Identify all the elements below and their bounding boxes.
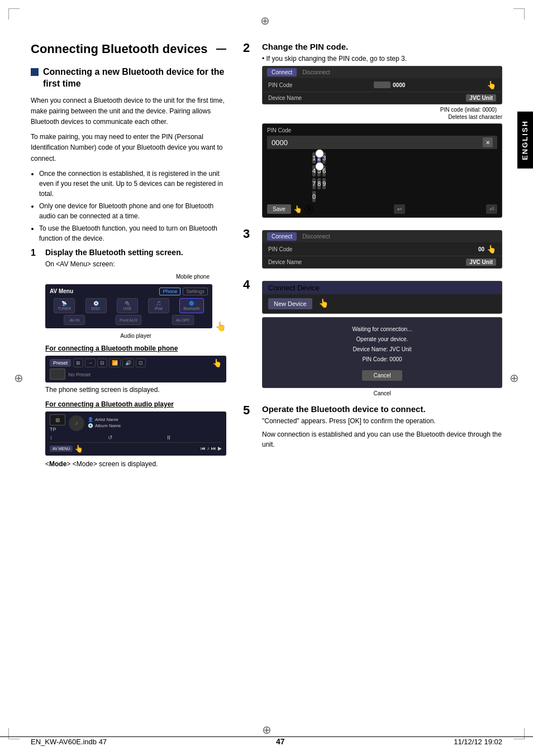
preset-row: Preset ⊞ → ⊟ 📶 🔊 ⊡ 👆	[50, 358, 222, 367]
audio-player-label: Audio player	[45, 333, 226, 339]
section-title: Connecting a new Bluetooth device for th…	[43, 66, 226, 90]
conn-header-2: Connect Disconnect	[263, 66, 502, 78]
preset-grid-icon	[50, 369, 65, 380]
pin-save-area: Save 👆 ②	[267, 204, 313, 214]
device-name-key-3: Device Name	[268, 259, 302, 265]
step-5: 5 Operate the Bluetooth device to connec…	[243, 404, 502, 449]
cd-title-text: Connect Device	[268, 284, 320, 292]
conn-tab-disconnect[interactable]: Disconnect	[298, 68, 334, 76]
av-icon-tuner[interactable]: 📡 TUNER	[54, 298, 75, 313]
new-device-item[interactable]: New Device	[268, 298, 312, 309]
settings-tab[interactable]: Settings	[183, 288, 208, 295]
pin-code-val-3: 00	[478, 246, 484, 252]
artist-name: Artist Name	[95, 417, 118, 422]
step-4-number: 4	[243, 279, 255, 291]
preset-bottom: No Preset	[50, 367, 222, 380]
circle-2-save: ②	[304, 205, 313, 214]
page-title-section: Connecting Bluetooth devices	[31, 42, 226, 56]
bottom-right-text: 11/12/12 19:02	[454, 738, 502, 746]
artist-row: 👤 Artist Name	[88, 417, 222, 422]
pin-keypad-area: 1 2 ① 3 4 5 ①	[267, 152, 497, 202]
waiting-line-3: Device Name: JVC Unit	[268, 344, 496, 355]
step-3: 3 Connect Disconnect PIN Code 00 👆	[243, 228, 502, 271]
av-icon-ipod[interactable]: 🎵 iPod	[148, 298, 169, 313]
audio-playbtns: ⏮ ♪ ⏭ ▶	[201, 446, 222, 451]
mode-keyword: Mode	[49, 460, 66, 468]
av-icon-avoff[interactable]: AV-OFF	[172, 315, 194, 325]
preset-icon-5: 🔊	[122, 358, 134, 367]
next-btn[interactable]: ⏭	[211, 446, 216, 451]
audio-bottom: AV MENU 👆 ⏮ ♪ ⏭ ▶	[50, 442, 222, 453]
pin-enter-btn[interactable]: ⏎	[486, 204, 497, 214]
pin-keypad-screen: PIN Code 0000 ✕ 1 2 ①	[262, 123, 502, 218]
pin-key-7[interactable]: 7	[312, 178, 316, 189]
device-name-row-2: Device Name JVC Unit	[263, 92, 502, 104]
conn-tab-connect-3[interactable]: Connect	[267, 232, 297, 241]
av-icon-avin[interactable]: AV-IN	[64, 315, 85, 325]
pin-back-btn[interactable]: ↩	[394, 204, 405, 214]
preset-label-text: Preset	[50, 359, 71, 367]
step-4: 4 Connect Device New Device 👆	[243, 279, 502, 396]
step-1: 1 Display the Bluetooth setting screen. …	[31, 248, 226, 469]
page-title: Connecting Bluetooth devices	[31, 42, 226, 56]
bluetooth-icon: 🔵	[189, 301, 194, 306]
disc-symbol: ♪	[75, 420, 78, 426]
av-menu-screen-wrapper: AV Menu Phone Settings 📡	[45, 281, 212, 332]
step-2-title: Change the PIN code.	[262, 42, 502, 51]
conn-tab-connect[interactable]: Connect	[267, 68, 297, 76]
preset-icon-3: ⊟	[97, 358, 107, 367]
pin-entry: 0000 ✕	[267, 136, 497, 149]
pin-val-3-area: 00 👆	[478, 245, 496, 253]
hand-newdevice-icon: 👆	[318, 298, 329, 308]
language-side-tab: ENGLISH	[517, 112, 533, 169]
step-3-content: Connect Disconnect PIN Code 00 👆 Device …	[262, 228, 502, 271]
audio-left: ▦ TP	[50, 414, 65, 432]
intro-text-2: To make pairing, you may need to enter t…	[31, 132, 226, 164]
av-icon-bluetooth[interactable]: 🔵 Bluetooth	[179, 298, 204, 313]
step-3-number: 3	[243, 228, 255, 240]
pin-code-val-area: 0000	[374, 82, 405, 88]
pin-code-row-2: PIN Code 0000 👆	[263, 78, 502, 92]
pin-key-5[interactable]: 5 ①	[317, 165, 321, 176]
preset-icon-1: ⊞	[73, 358, 83, 367]
section-heading: Connecting a new Bluetooth device for th…	[31, 66, 226, 90]
pin-key-9[interactable]: 9	[322, 178, 326, 189]
pin-keypad-spacer	[267, 152, 287, 202]
pin-code-key-3: PIN Code	[268, 246, 292, 252]
cd-header: Connect Device	[263, 281, 502, 294]
sub2-body: <Mode> <Mode> screen is displayed.	[45, 459, 226, 469]
usb-icon: 🔌	[125, 301, 130, 306]
album-name: Album Name	[95, 423, 121, 428]
pin-key-8[interactable]: 8	[317, 178, 321, 189]
av-icon-frontaux[interactable]: Front AUX	[116, 315, 141, 325]
disc-label: DISC	[89, 307, 103, 310]
conn-tab-disconnect-3[interactable]: Disconnect	[298, 232, 334, 241]
corner-tr	[513, 8, 525, 20]
av-menu-tabs: Phone Settings	[159, 288, 208, 295]
usb-label: USB	[121, 307, 134, 310]
album-icon: 💿	[88, 423, 93, 428]
note-icon: ♪	[207, 446, 210, 451]
shuffle-icon: ↕	[50, 434, 106, 441]
bullet-item-1: Once the connection is established, it i…	[39, 169, 226, 199]
waiting-screen: Waiting for connection... Operate your d…	[262, 317, 502, 388]
pin-save-btn[interactable]: Save	[267, 204, 291, 214]
av-menu-title-text: AV Menu	[50, 288, 73, 294]
bullet-item-2: Only one device for Bluetooth phone and …	[39, 201, 226, 221]
page-wrapper: ENGLISH Connecting Bluetooth devices Con…	[0, 0, 533, 756]
audio-grid-icon: ▦	[50, 414, 65, 425]
pin-key-0[interactable]: 0	[312, 191, 316, 202]
play-btn[interactable]: ▶	[218, 446, 222, 451]
cancel-button[interactable]: Cancel	[362, 370, 402, 381]
device-name-key-2: Device Name	[268, 95, 302, 101]
pin-delete-btn[interactable]: ✕	[483, 137, 493, 147]
av-menu-bottom-btn[interactable]: AV MENU	[50, 446, 73, 452]
avoff-label: AV-OFF	[176, 318, 190, 322]
avin-label: AV-IN	[68, 318, 81, 322]
av-icon-usb[interactable]: 🔌 USB	[117, 298, 138, 313]
prev-btn[interactable]: ⏮	[201, 446, 206, 451]
av-icon-disc[interactable]: 💿 DISC	[85, 298, 107, 313]
preset-icon-6: ⊡	[136, 358, 146, 367]
bottom-left-text: EN_KW-AV60E.indb 47	[31, 738, 107, 746]
phone-tab[interactable]: Phone	[159, 288, 180, 295]
